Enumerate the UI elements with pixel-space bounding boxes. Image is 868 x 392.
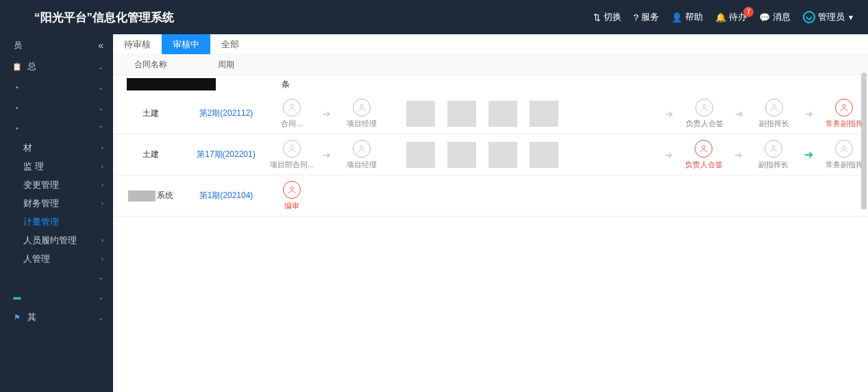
svg-point-1 <box>360 104 364 108</box>
todo-button[interactable]: 🔔待办7 <box>715 11 747 23</box>
tab-pending[interactable]: 待审核 <box>113 34 162 54</box>
sidebar-group-summary[interactable]: 📋总 ⌄ <box>0 56 113 77</box>
workflow: 项目部合同...➔项目经理➔负责人会签➔副指挥长➔常务副指挥 <box>264 140 868 170</box>
sidebar-subitem-extra[interactable]: ⌄ <box>0 268 113 286</box>
step-label: 项目经理 <box>347 160 377 170</box>
chevron-right-icon: › <box>101 255 103 262</box>
app-header: “阳光平台”信息化管理系统 ⇅切换 ?服务 👤帮助 🔔待办7 💬消息 管理员▼ <box>0 0 868 34</box>
sidebar-top[interactable]: 员 « <box>0 34 113 56</box>
step-circle-icon <box>835 140 853 158</box>
chevron-down-icon: ⌄ <box>98 314 103 321</box>
chevron-down-icon: ⌄ <box>98 293 103 301</box>
step-circle-icon <box>695 99 713 117</box>
chevron-down-icon: ⌄ <box>98 104 103 112</box>
sidebar-group-hidden3[interactable]: • ⌃ <box>0 118 113 138</box>
cell-period[interactable]: 第2期(202112) <box>188 108 264 119</box>
workflow-step[interactable]: 项目部合同... <box>268 140 316 170</box>
sidebar-group-hidden2[interactable]: • ⌄ <box>0 97 113 118</box>
cell-period[interactable]: 第1期(202104) <box>188 190 264 201</box>
arrow-icon: ➔ <box>734 149 743 160</box>
table-header: 合同名称 周期 <box>113 55 868 75</box>
step-label: 副指挥长 <box>758 160 789 170</box>
sidebar-subitem-measure[interactable]: 计量管理 <box>0 212 113 231</box>
table-row: 土建第17期(202201)项目部合同...➔项目经理➔负责人会签➔副指挥长➔常… <box>113 134 868 175</box>
arrow-icon: ➔ <box>323 108 331 119</box>
sidebar-group-hidden1[interactable]: • ⌄ <box>0 77 113 97</box>
sidebar-group-other1[interactable]: ▬ ⌄ <box>0 286 113 307</box>
sidebar-other2-label: 其 <box>27 311 36 323</box>
step-circle-icon <box>765 99 783 117</box>
step-label: 副指挥长 <box>759 119 789 129</box>
tab-all[interactable]: 全部 <box>210 34 250 54</box>
message-button[interactable]: 💬消息 <box>759 11 791 23</box>
sidebar-subitem-label: 变更管理 <box>23 179 59 191</box>
redacted-block <box>488 142 517 168</box>
cell-contract-name: 土建 <box>113 108 188 119</box>
dot-icon: • <box>12 103 22 112</box>
sidebar-top-label: 员 <box>14 40 22 50</box>
redacted-block <box>447 101 476 127</box>
arrow-icon: ➔ <box>805 108 813 119</box>
redacted-block <box>127 78 216 90</box>
flag-icon: ⚑ <box>12 313 22 322</box>
period-link[interactable]: 第17期(202201) <box>197 149 255 159</box>
step-label: 合同... <box>281 119 302 129</box>
redacted-block <box>447 142 476 168</box>
arrow-icon: ➔ <box>323 149 331 160</box>
arrow-icon: ➔ <box>735 108 743 119</box>
tab-reviewing[interactable]: 审核中 <box>162 34 210 54</box>
chevron-down-icon: ▼ <box>847 14 854 21</box>
workflow-step[interactable]: 项目经理 <box>338 140 386 170</box>
sidebar-subitem-finance[interactable]: 财务管理› <box>0 194 113 212</box>
workflow-step[interactable]: 副指挥长 <box>750 99 798 129</box>
help-button[interactable]: 👤帮助 <box>671 11 703 23</box>
service-label: 服务 <box>641 11 659 23</box>
sidebar-subitem-mat[interactable]: 材› <box>0 138 113 157</box>
tabs: 待审核审核中全部 <box>113 34 868 55</box>
bell-icon: 🔔 <box>715 12 726 23</box>
workflow-step[interactable]: 合同... <box>268 99 316 129</box>
sidebar-subitem-label: 计量管理 <box>23 216 59 228</box>
admin-menu[interactable]: 管理员▼ <box>803 11 854 23</box>
help-label: 帮助 <box>685 11 703 23</box>
admin-icon <box>803 11 815 23</box>
workflow-step[interactable]: 项目经理 <box>338 99 386 129</box>
cell-period[interactable]: 第17期(202201) <box>188 149 264 160</box>
table-row: 土建第2期(202112)合同...➔项目经理➔负责人会签➔副指挥长➔常务副指挥 <box>113 93 868 134</box>
sidebar-group-other2[interactable]: ⚑其 ⌄ <box>0 307 113 328</box>
cell-contract-name: 土建 <box>113 149 188 160</box>
workflow-step[interactable]: 负责人会签 <box>680 99 728 129</box>
workflow-step[interactable]: 负责人会签 <box>680 140 728 170</box>
switch-button[interactable]: ⇅切换 <box>593 11 621 23</box>
step-circle-icon <box>283 140 301 158</box>
svg-point-6 <box>360 145 364 149</box>
main-content: 待审核审核中全部 合同名称 周期 条 土建第2期(202112)合同...➔项目… <box>113 34 868 392</box>
svg-point-7 <box>702 145 706 149</box>
sidebar-subitem-pm2[interactable]: 人管理› <box>0 249 113 268</box>
svg-point-8 <box>772 145 776 149</box>
step-circle-icon <box>283 99 301 117</box>
scrollbar-vertical[interactable] <box>861 73 867 210</box>
sidebar-subitem-label: 材 <box>23 142 32 154</box>
workflow-step[interactable]: 编审 <box>268 181 316 211</box>
service-button[interactable]: ?服务 <box>634 11 659 23</box>
collapse-icon[interactable]: « <box>98 40 103 51</box>
svg-point-9 <box>843 145 846 149</box>
sidebar-subitem-change[interactable]: 变更管理› <box>0 175 113 194</box>
period-link[interactable]: 第2期(202112) <box>199 108 253 118</box>
redacted-steps <box>406 142 558 168</box>
sidebar-subitem-mon[interactable]: 监 理› <box>0 157 113 175</box>
workflow: 合同...➔项目经理➔负责人会签➔副指挥长➔常务副指挥 <box>264 99 868 129</box>
arrow-icon: ➔ <box>665 108 673 119</box>
workflow-step[interactable]: 副指挥长 <box>749 140 797 170</box>
sidebar-subitem-person[interactable]: 人员履约管理› <box>0 231 113 249</box>
redacted-block <box>406 101 435 127</box>
header-actions: ⇅切换 ?服务 👤帮助 🔔待办7 💬消息 管理员▼ <box>593 11 854 23</box>
period-link[interactable]: 第1期(202104) <box>199 191 253 200</box>
sidebar-subitem-label: 人员履约管理 <box>23 234 77 247</box>
step-circle-icon <box>835 99 853 117</box>
switch-label: 切换 <box>604 11 621 23</box>
sidebar-group-summary-label: 总 <box>27 60 36 73</box>
chevron-down-icon: ⌄ <box>98 273 103 281</box>
step-circle-icon <box>765 140 782 158</box>
